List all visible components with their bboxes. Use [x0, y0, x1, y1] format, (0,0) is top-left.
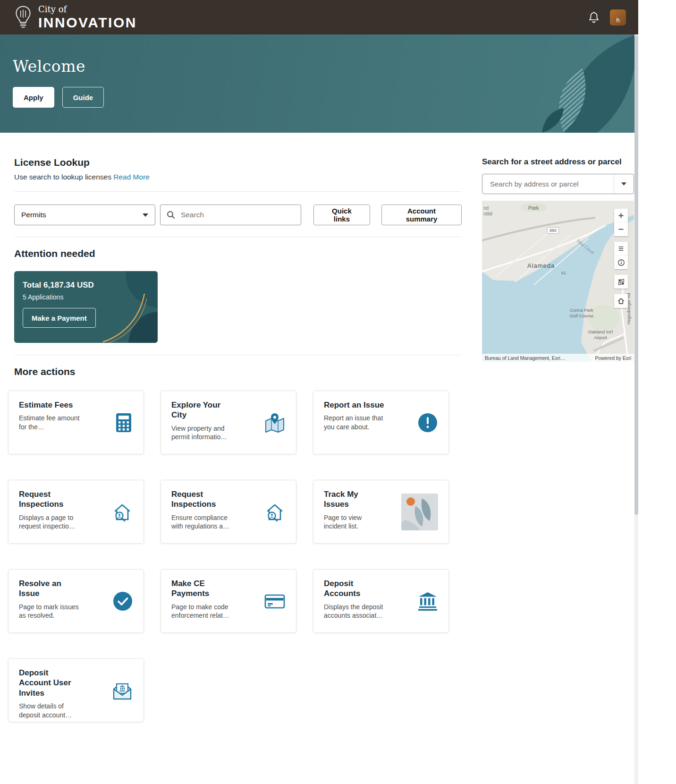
action-card-description: Report an issue that you care about. — [324, 414, 385, 432]
record-type-value: Permits — [21, 211, 46, 219]
action-card-estimate-fees[interactable]: Estimate Fees Estimate fee amount for th… — [8, 391, 144, 454]
license-lookup-controls: Permits Quick links Account summary — [14, 205, 462, 225]
user-avatar[interactable]: h — [610, 9, 626, 26]
notification-bell-icon[interactable] — [588, 11, 600, 24]
license-lookup-title: License Lookup — [14, 157, 462, 168]
leaf-thumbnail-image — [401, 494, 438, 530]
action-card-description: Estimate fee amount for the… — [19, 414, 80, 432]
action-card-title: Deposit Account User Invites — [19, 668, 79, 698]
plus-icon — [617, 212, 625, 219]
basemap-qr-icon — [617, 278, 625, 286]
map-panel: Search for a street address or parcel — [482, 133, 634, 362]
calculator-icon — [114, 412, 133, 433]
action-card-track-my-issues[interactable]: Track My Issues Page to view incident li… — [313, 480, 449, 544]
action-card-description: View property and permit informatio… — [171, 424, 233, 442]
legend-button[interactable] — [614, 242, 628, 256]
app-window: City of INNOVATION h — [0, 0, 638, 784]
inspection-house-icon — [264, 502, 286, 522]
chevron-down-icon — [143, 213, 148, 217]
info-button[interactable] — [614, 256, 628, 269]
divider — [14, 191, 462, 192]
lightbulb-icon — [14, 5, 32, 30]
license-lookup-subtitle: Use search to lookup licenses Read More — [14, 173, 462, 181]
quick-links-button[interactable]: Quick links — [313, 205, 370, 225]
legend-list-icon — [617, 245, 625, 252]
address-search-box — [482, 174, 634, 194]
license-search-input[interactable] — [180, 210, 295, 220]
map-image — [482, 201, 634, 362]
alert-circle-icon — [417, 412, 438, 433]
action-card-description: Page to view incident list. — [324, 513, 385, 531]
action-card-explore-your-city[interactable]: Explore Your City View property and perm… — [161, 391, 296, 454]
action-card-description: Ensure compliance with regulations a… — [171, 513, 233, 531]
action-card-title: Make CE Payments — [171, 579, 232, 599]
powered-by-esri: Powered by Esri — [595, 355, 631, 361]
zoom-out-button[interactable] — [614, 222, 628, 236]
action-card-deposit-account-user-invites[interactable]: Deposit Account User Invites Show detail… — [8, 658, 144, 722]
hero-buttons: Apply Guide — [13, 87, 104, 108]
invite-mail-icon — [111, 680, 133, 701]
bank-icon — [417, 591, 438, 612]
brand-innovation: INNOVATION — [38, 16, 137, 30]
credit-card-icon — [264, 591, 286, 612]
license-search-box — [160, 205, 301, 225]
brand-city-of: City of — [38, 5, 137, 14]
record-type-select[interactable]: Permits — [14, 205, 155, 225]
hero-banner: Welcome Apply Guide — [0, 34, 638, 133]
map-attribution: Bureau of Land Management, Esri… — [485, 355, 565, 361]
city-logo: City of INNOVATION — [14, 5, 137, 30]
hero-leaf-decoration — [497, 34, 638, 133]
info-icon — [617, 259, 625, 266]
apply-button[interactable]: Apply — [13, 87, 54, 108]
payment-total: Total 6,187.34 USD — [23, 281, 149, 290]
zoom-in-button[interactable] — [614, 209, 628, 222]
minus-icon — [617, 226, 625, 233]
action-card-request-inspections-1[interactable]: Request Inspections Displays a page to r… — [8, 480, 144, 544]
action-card-resolve-an-issue[interactable]: Resolve an Issue Page to mark issues as … — [8, 569, 144, 633]
divider — [14, 237, 462, 237]
chevron-down-icon — [621, 182, 626, 186]
address-search-title: Search for a street address or parcel — [482, 157, 634, 167]
basemap-button[interactable] — [614, 275, 628, 289]
scrollbar-thumb[interactable] — [634, 35, 638, 515]
action-card-request-inspections-2[interactable]: Request Inspections Ensure compliance wi… — [161, 480, 296, 544]
action-card-title: Request Inspections — [171, 489, 232, 510]
divider — [14, 355, 462, 355]
attention-needed-title: Attention needed — [14, 248, 462, 259]
action-card-title: Report an Issue — [324, 400, 384, 410]
map-toolbar — [614, 209, 628, 308]
home-button[interactable] — [614, 294, 628, 308]
action-card-title: Deposit Accounts — [324, 579, 384, 599]
guide-button[interactable]: Guide — [62, 87, 104, 108]
inspection-house-icon — [111, 502, 133, 522]
app-header: City of INNOVATION h — [0, 0, 638, 34]
payment-applications-count: 5 Applications — [23, 293, 149, 301]
action-card-title: Resolve an Issue — [19, 579, 79, 599]
account-summary-button[interactable]: Account summary — [381, 205, 462, 225]
header-actions: h — [588, 9, 626, 26]
brand-text: City of INNOVATION — [38, 5, 137, 30]
map-attribution-bar: Bureau of Land Management, Esri… Powered… — [482, 354, 634, 362]
more-actions-grid: Estimate Fees Estimate fee amount for th… — [8, 391, 462, 722]
avatar-initial: h — [616, 17, 619, 24]
payment-summary-card: Total 6,187.34 USD 5 Applications Make a… — [14, 271, 158, 343]
read-more-link[interactable]: Read More — [113, 173, 150, 181]
action-card-make-ce-payments[interactable]: Make CE Payments Page to make code enfor… — [161, 569, 296, 633]
action-card-title: Track My Issues — [324, 489, 384, 510]
main-content: License Lookup Use search to lookup lice… — [14, 133, 462, 722]
make-a-payment-button[interactable]: Make a Payment — [23, 308, 96, 328]
address-search-dropdown-button[interactable] — [614, 174, 634, 194]
action-card-deposit-accounts[interactable]: Deposit Accounts Displays the deposit ac… — [313, 569, 449, 633]
check-circle-icon — [112, 591, 133, 612]
map-pin-icon — [264, 412, 286, 433]
action-card-description: Page to make code enforcement relat… — [171, 603, 233, 621]
action-card-title: Estimate Fees — [19, 400, 79, 410]
address-search-input[interactable] — [489, 179, 614, 188]
search-icon — [167, 211, 175, 219]
home-icon — [617, 297, 625, 305]
more-actions-title: More actions — [14, 366, 462, 377]
action-card-description: Displays the deposit accounts associat… — [324, 603, 385, 621]
map[interactable]: nd odal Park 880 Tidal Canal Alameda 61 … — [482, 201, 634, 362]
action-card-description: Page to mark issues as resolved. — [19, 603, 80, 621]
action-card-report-an-issue[interactable]: Report an Issue Report an issue that you… — [313, 391, 449, 454]
